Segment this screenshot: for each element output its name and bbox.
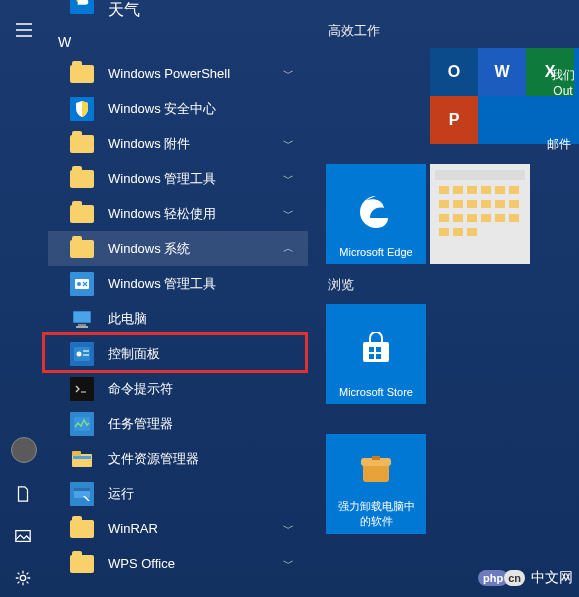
app-label: 任务管理器 — [108, 415, 173, 433]
svg-rect-37 — [495, 214, 505, 222]
app-row[interactable]: 控制面板 — [48, 336, 308, 371]
svg-rect-41 — [467, 228, 477, 236]
user-avatar[interactable] — [11, 437, 37, 463]
app-row[interactable]: Windows 管理工具 — [48, 266, 308, 301]
tile-edge[interactable]: Microsoft Edge — [326, 164, 426, 264]
svg-rect-46 — [376, 354, 381, 359]
svg-rect-45 — [369, 354, 374, 359]
shield-icon — [70, 97, 94, 121]
app-label: 控制面板 — [108, 345, 160, 363]
app-row[interactable]: Windows 安全中心 — [48, 91, 308, 126]
hamburger-icon[interactable] — [14, 20, 34, 40]
tile-blank[interactable] — [478, 96, 526, 144]
app-row[interactable]: 运行 — [48, 476, 308, 511]
svg-rect-22 — [453, 186, 463, 194]
app-row[interactable]: Windows PowerShell﹀ — [48, 56, 308, 91]
svg-rect-13 — [73, 382, 91, 396]
watermark-badge: cn — [504, 570, 525, 586]
outlook-glyph: O — [448, 63, 460, 81]
svg-rect-28 — [453, 200, 463, 208]
svg-rect-0 — [16, 531, 30, 542]
uninstall-icon — [359, 454, 393, 484]
svg-rect-39 — [439, 228, 449, 236]
folder-icon — [70, 167, 94, 191]
admintools-icon — [70, 272, 94, 296]
svg-point-1 — [20, 575, 25, 580]
group-title: 浏览 — [324, 264, 579, 304]
run-icon — [70, 482, 94, 506]
app-label: Windows PowerShell — [108, 66, 230, 81]
app-label: Windows 系统 — [108, 240, 190, 258]
svg-rect-16 — [72, 451, 81, 456]
svg-rect-30 — [481, 200, 491, 208]
chevron-down-icon: ﹀ — [283, 136, 294, 151]
pictures-icon[interactable] — [14, 527, 34, 547]
folder-icon — [70, 202, 94, 226]
weather-icon — [70, 0, 94, 14]
svg-rect-7 — [78, 324, 86, 326]
tile-powerpoint[interactable]: P — [430, 96, 478, 144]
tile-file-explorer-preview[interactable] — [430, 164, 530, 264]
documents-icon[interactable] — [14, 485, 34, 505]
svg-rect-32 — [509, 200, 519, 208]
tile-mail-label: 邮件 — [547, 136, 571, 153]
svg-rect-12 — [83, 354, 89, 356]
tile-uninstall[interactable]: 强力卸载电脑中的软件 — [326, 434, 426, 534]
folder-icon — [70, 517, 94, 541]
start-menu: 天气 W Windows PowerShell﹀Windows 安全中心Wind… — [0, 0, 579, 597]
tile-mail[interactable] — [574, 96, 579, 144]
ppt-glyph: P — [449, 111, 460, 129]
app-label: WPS Office — [108, 556, 175, 571]
svg-rect-40 — [453, 228, 463, 236]
app-row[interactable]: 此电脑 — [48, 301, 308, 336]
svg-rect-19 — [74, 488, 90, 491]
app-row[interactable]: Windows 轻松使用﹀ — [48, 196, 308, 231]
app-row[interactable]: 命令提示符 — [48, 371, 308, 406]
chevron-down-icon: ﹀ — [283, 556, 294, 571]
word-glyph: W — [494, 63, 509, 81]
chevron-down-icon: ﹀ — [283, 66, 294, 81]
app-label: Windows 管理工具 — [108, 170, 216, 188]
app-row[interactable]: Windows 附件﹀ — [48, 126, 308, 161]
tile-outlook[interactable]: O — [430, 48, 478, 96]
left-rail — [0, 0, 48, 597]
watermark-text: 中文网 — [531, 569, 573, 587]
tm-icon — [70, 412, 94, 436]
svg-rect-36 — [481, 214, 491, 222]
app-label: 运行 — [108, 485, 134, 503]
app-label: Windows 管理工具 — [108, 275, 216, 293]
cp-icon — [70, 342, 94, 366]
svg-rect-38 — [509, 214, 519, 222]
app-row[interactable]: Windows 管理工具﹀ — [48, 161, 308, 196]
svg-rect-23 — [467, 186, 477, 194]
app-label: Windows 轻松使用 — [108, 205, 216, 223]
letter-header[interactable]: W — [48, 26, 308, 56]
svg-rect-17 — [73, 456, 91, 459]
chevron-down-icon: ﹀ — [283, 521, 294, 536]
watermark: php cn 中文网 — [478, 569, 573, 587]
folder-icon — [70, 237, 94, 261]
chevron-down-icon: ﹀ — [283, 206, 294, 221]
svg-rect-27 — [439, 200, 449, 208]
app-row[interactable]: WinRAR﹀ — [48, 511, 308, 546]
svg-rect-44 — [376, 347, 381, 352]
app-row[interactable]: WPS Office﹀ — [48, 546, 308, 581]
app-row-partial[interactable]: 天气 — [48, 0, 308, 26]
cmd-icon — [70, 377, 94, 401]
svg-rect-35 — [467, 214, 477, 222]
app-label: WinRAR — [108, 521, 158, 536]
tile-word[interactable]: W — [478, 48, 526, 96]
edge-icon — [356, 192, 396, 232]
app-row[interactable]: Windows 系统︿ — [48, 231, 308, 266]
tile-ms-store[interactable]: Microsoft Store — [326, 304, 426, 404]
app-row[interactable]: 文件资源管理器 — [48, 441, 308, 476]
svg-point-10 — [77, 351, 82, 356]
folder-icon — [70, 552, 94, 576]
tile-stub-label: 我们Out — [545, 68, 579, 99]
svg-rect-34 — [453, 214, 463, 222]
folder-icon — [70, 132, 94, 156]
settings-icon[interactable] — [14, 569, 34, 589]
svg-rect-11 — [83, 350, 89, 352]
app-row[interactable]: 任务管理器 — [48, 406, 308, 441]
svg-rect-33 — [439, 214, 449, 222]
